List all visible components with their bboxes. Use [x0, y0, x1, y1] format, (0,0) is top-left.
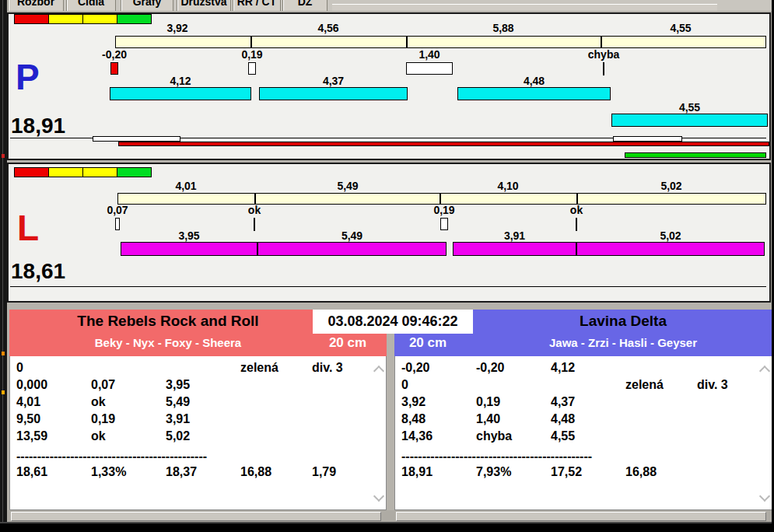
cell: -0,20 [476, 361, 504, 375]
total-cell: 18,91 [401, 465, 433, 479]
cell: 0,07 [91, 378, 115, 392]
table-row: 0zelenádiv. 3 [10, 361, 386, 378]
total-cell: 1,79 [312, 465, 336, 479]
total-cell: 17,52 [551, 465, 582, 479]
height-class-right: 20 cm [398, 335, 458, 351]
total-cell: 16,88 [625, 465, 657, 479]
table-row: 0zelenádiv. 3 [395, 378, 772, 395]
team-tables: The Rebels Rock and Roll Beky - Nyx - Fo… [0, 0, 774, 532]
cell: ok [91, 429, 106, 443]
cell: 14,36 [401, 429, 433, 443]
cell: 3,95 [166, 378, 190, 392]
team-dogs-right: Jawa - Zrzi - Hasli - Geyser [474, 336, 772, 349]
team-table-left: 0zelenádiv. 30,0000,073,954,01ok5,499,50… [9, 356, 387, 510]
cell: zelená [240, 361, 278, 375]
window-left-edge [0, 0, 7, 532]
table-row: 9,500,193,91 [10, 412, 386, 429]
team-panel-left: The Rebels Rock and Roll Beky - Nyx - Fo… [9, 310, 387, 510]
timestamp: 03.08.2024 09:46:22 [313, 310, 473, 334]
cell: -0,20 [401, 361, 429, 375]
cell: 1,40 [476, 412, 500, 426]
cell: 4,37 [551, 395, 575, 409]
window-bottom-edge [0, 523, 774, 532]
total-cell: 16,88 [240, 465, 271, 479]
table-row: 14,36chyba4,55 [395, 429, 772, 446]
table-row: 4,01ok5,49 [10, 395, 386, 412]
cell: 4,01 [16, 395, 40, 409]
totals-row: 18,917,93%17,5216,88 [395, 465, 772, 482]
team-title-right: Lavina Delta [474, 313, 772, 330]
cell: 3,91 [166, 412, 190, 426]
edge-speck [2, 154, 5, 158]
cell: 5,49 [166, 395, 190, 409]
cell: 13,59 [16, 429, 47, 443]
team-title-left: The Rebels Rock and Roll [9, 313, 327, 330]
cell: 0,19 [91, 412, 115, 426]
cell: 4,12 [551, 361, 575, 375]
cell: 0,000 [16, 378, 47, 392]
total-cell: 18,37 [166, 465, 197, 479]
cell: 0,19 [476, 395, 500, 409]
cell: 0 [401, 378, 408, 392]
team-table-right: -0,20-0,204,120zelenádiv. 33,920,194,378… [394, 356, 772, 510]
cell: 8,48 [401, 412, 426, 426]
height-class-left: 20 cm [320, 335, 376, 351]
table-row: 13,59ok5,02 [10, 429, 386, 446]
cell: zelená [625, 378, 664, 392]
team-panel-right: Lavina Delta Jawa - Zrzi - Hasli - Geyse… [394, 310, 772, 510]
cell: div. 3 [312, 361, 343, 375]
cell: ok [91, 395, 106, 409]
scroll-down-icon[interactable] [759, 491, 770, 502]
app-window: RozborČidlaGrafyDružstvaRR / ČTDŽ 3,924,… [0, 0, 774, 532]
total-cell: 7,93% [476, 465, 511, 479]
totals-row: 18,611,33%18,3716,881,79 [10, 465, 386, 482]
cell: chyba [476, 429, 512, 443]
total-cell: 1,33% [91, 465, 126, 479]
cell: 9,50 [16, 412, 40, 426]
edge-speck [2, 352, 5, 355]
cell: 3,92 [401, 395, 426, 409]
team-dogs-left: Beky - Nyx - Foxy - Sheera [9, 336, 327, 349]
cell: div. 3 [697, 378, 728, 392]
cell: 0 [16, 361, 23, 375]
table-row: 0,0000,073,95 [10, 378, 386, 395]
row-separator: ----------------------------------------… [401, 450, 613, 462]
cell: 5,02 [166, 429, 190, 443]
cell: 4,55 [551, 429, 575, 443]
left-edge-groove [2, 0, 3, 532]
row-separator: ----------------------------------------… [16, 450, 228, 462]
scroll-down-icon[interactable] [373, 491, 384, 502]
edge-speck [2, 390, 5, 394]
table-row: 8,481,404,48 [395, 412, 772, 429]
table-row: 3,920,194,37 [395, 395, 772, 412]
cell: 4,48 [551, 412, 575, 426]
total-cell: 18,61 [16, 465, 47, 479]
table-row: -0,20-0,204,12 [395, 361, 772, 378]
